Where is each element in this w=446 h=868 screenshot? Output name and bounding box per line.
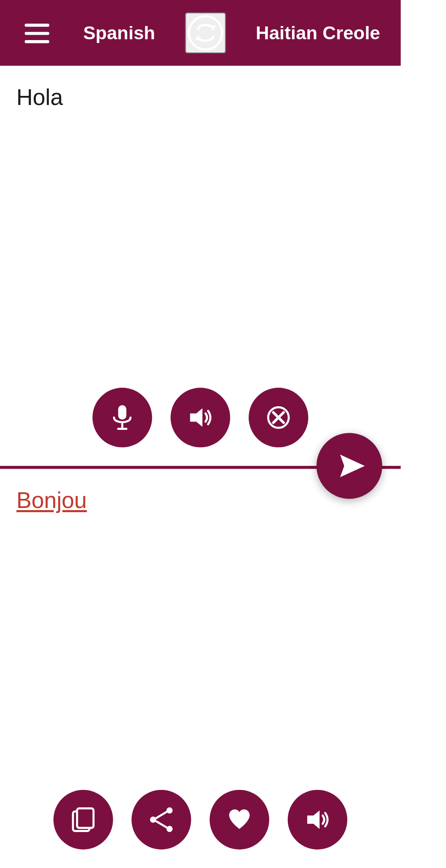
microphone-button[interactable] <box>93 387 152 447</box>
target-text: Bonjou <box>0 468 401 775</box>
speak-source-button[interactable] <box>171 387 230 447</box>
share-icon <box>147 805 176 834</box>
clear-input-button[interactable] <box>249 387 308 447</box>
svg-marker-8 <box>340 454 365 477</box>
target-language-label[interactable]: Haitian Creole <box>256 22 380 43</box>
source-panel: Hola <box>0 66 401 468</box>
speaker-icon <box>186 403 215 432</box>
translate-button[interactable] <box>316 432 382 498</box>
menu-button[interactable] <box>21 19 54 47</box>
svg-point-11 <box>166 807 173 813</box>
svg-line-15 <box>156 821 166 827</box>
svg-point-0 <box>189 16 222 50</box>
svg-marker-16 <box>307 811 320 829</box>
target-panel: Bonjou <box>0 468 401 868</box>
svg-marker-4 <box>190 408 202 427</box>
svg-rect-10 <box>77 808 94 828</box>
svg-point-12 <box>166 826 173 832</box>
svg-rect-1 <box>118 405 126 419</box>
swap-languages-button[interactable] <box>185 12 226 54</box>
favorite-button[interactable] <box>210 790 269 849</box>
swap-icon <box>187 14 224 52</box>
copy-icon <box>69 805 98 834</box>
copy-button[interactable] <box>53 790 113 849</box>
source-language-label[interactable]: Spanish <box>83 22 155 43</box>
share-button[interactable] <box>131 790 191 849</box>
speak-translation-button[interactable] <box>288 790 347 849</box>
heart-icon <box>225 805 254 834</box>
svg-line-14 <box>156 812 166 818</box>
app-container: Spanish Haitian Creole Hola <box>0 0 401 868</box>
header: Spanish Haitian Creole <box>0 0 401 66</box>
svg-point-13 <box>150 817 156 823</box>
send-icon <box>336 450 367 481</box>
microphone-icon <box>108 403 137 432</box>
target-controls <box>0 775 401 868</box>
close-icon <box>264 403 293 432</box>
source-text[interactable]: Hola <box>0 66 401 373</box>
speaker-translation-icon <box>303 805 332 834</box>
